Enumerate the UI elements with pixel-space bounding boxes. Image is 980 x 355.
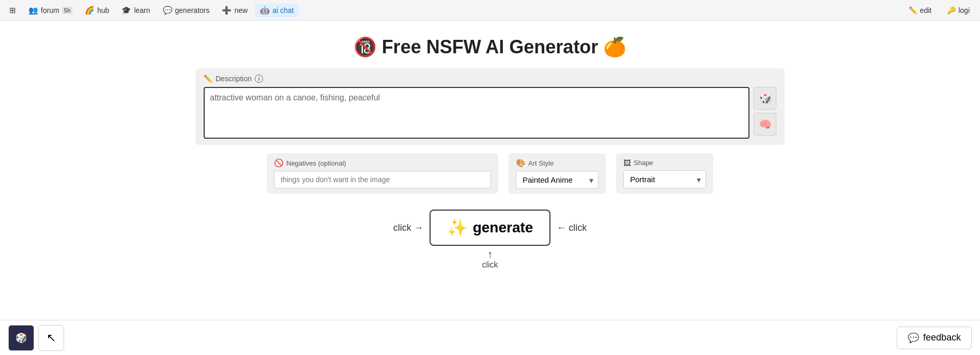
feedback-label: feedback [923,332,961,343]
negatives-label-text: Negatives (optional) [286,159,346,167]
dice-button[interactable]: 🎲 [754,87,776,110]
click-below-text: click [482,260,498,270]
shape-select[interactable]: Portrait Landscape Square [623,170,706,188]
aichat-icon: 🤖 [260,6,270,15]
feedback-icon: 💬 [908,332,919,344]
description-label-icon: ✏️ [204,75,212,83]
nav-forum-label: forum [41,6,59,14]
nav-hub[interactable]: 🌈 hub [80,4,114,17]
nav-new[interactable]: ➕ new [217,4,253,17]
generate-button[interactable]: ✨ generate [430,210,551,246]
feedback-button[interactable]: 💬 feedback [897,327,972,349]
description-row: 🎲 🧠 [204,87,776,139]
bottom-bar: 🎲 ↖ 💬 feedback [0,320,980,355]
forum-badge: 5h [62,7,72,14]
shape-label: 🖼 Shape [623,158,706,167]
generate-area: click → ✨ generate ← click ↑ click [393,210,587,270]
negatives-group: 🚫 Negatives (optional) [267,153,498,194]
art-style-select-wrapper: Painted Anime Realistic Anime Digital Ar… [516,171,599,189]
nav-apps[interactable]: ⊞ [4,4,21,17]
page-title: 🔞 Free NSFW AI Generator 🍊 [354,36,627,58]
description-input[interactable] [204,87,749,139]
description-label: ✏️ Description i [204,75,776,83]
login-label: logi [958,6,970,14]
controls-row: 🚫 Negatives (optional) 🎨 Art Style Paint… [267,153,713,194]
arrow-up-icon: ↑ [487,249,493,259]
negatives-icon: 🚫 [274,158,284,168]
generators-icon: 💬 [163,6,173,15]
hub-icon: 🌈 [85,6,95,15]
art-style-label-text: Art Style [528,159,554,167]
nav-learn-label: learn [134,6,150,14]
nav-aichat-label: ai chat [272,6,294,14]
edit-icon: ✏️ [909,6,917,14]
shape-group: 🖼 Shape Portrait Landscape Square [616,153,713,194]
sparkle-icon: ✨ [447,218,468,238]
nav-generators-label: generators [175,6,210,14]
forum-icon: 👥 [28,6,38,15]
click-left-text: click → [393,223,423,233]
main-content: 🔞 Free NSFW AI Generator 🍊 ✏️ Descriptio… [0,21,980,270]
nav-generators[interactable]: 💬 generators [158,4,215,17]
nav-learn[interactable]: 🎓 learn [116,4,155,17]
title-prefix-icon: 🔞 [354,36,377,58]
apps-icon: ⊞ [9,6,16,15]
edit-label: edit [920,6,932,14]
shape-icon: 🖼 [623,158,631,167]
brain-button[interactable]: 🧠 [754,113,776,136]
shape-label-text: Shape [634,159,653,167]
shape-select-wrapper: Portrait Landscape Square [623,170,706,188]
description-side-buttons: 🎲 🧠 [754,87,776,139]
click-right-text: ← click [557,223,587,233]
art-style-label: 🎨 Art Style [516,158,599,168]
title-text: Free NSFW AI Generator [382,36,599,58]
art-style-group: 🎨 Art Style Painted Anime Realistic Anim… [509,153,606,194]
negatives-input[interactable] [274,171,491,188]
art-style-select[interactable]: Painted Anime Realistic Anime Digital Ar… [516,171,599,189]
nav-hub-label: hub [97,6,109,14]
art-style-icon: 🎨 [516,158,526,168]
edit-button[interactable]: ✏️ edit [902,4,938,17]
negatives-label: 🚫 Negatives (optional) [274,158,491,168]
nav-right: ✏️ edit 🔑 logi [902,4,976,17]
arrow-up-area: ↑ click [482,249,498,270]
nav-aichat[interactable]: 🤖 ai chat [255,4,299,17]
description-info-icon: i [255,75,263,83]
nav-forum[interactable]: 👥 forum 5h [23,4,78,17]
new-icon: ➕ [222,6,232,15]
nav-new-label: new [234,6,248,14]
title-suffix-icon: 🍊 [603,36,626,58]
generate-row: click → ✨ generate ← click [393,210,587,246]
bottom-left-buttons: 🎲 ↖ [8,325,64,351]
description-label-text: Description [216,75,252,83]
learn-icon: 🎓 [121,6,131,15]
generate-label: generate [473,219,533,236]
cursor-button[interactable]: ↖ [38,325,64,351]
description-container: ✏️ Description i 🎲 🧠 [195,68,785,145]
login-button[interactable]: 🔑 logi [941,4,976,17]
cursor-icon: ↖ [47,331,56,345]
top-navigation: ⊞ 👥 forum 5h 🌈 hub 🎓 learn 💬 generators … [0,0,980,21]
login-icon: 🔑 [947,6,956,14]
pixel-art-button[interactable]: 🎲 [8,325,34,351]
